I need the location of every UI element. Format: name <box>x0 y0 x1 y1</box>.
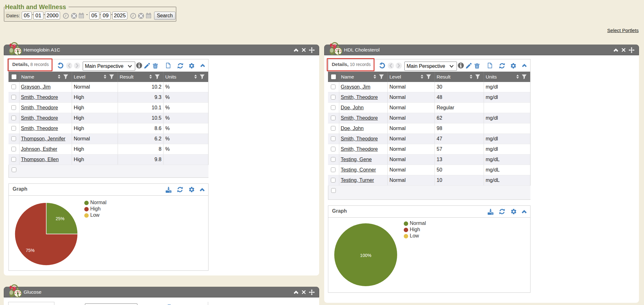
svg-text:75%: 75% <box>26 248 35 253</box>
svg-text:100%: 100% <box>360 253 371 258</box>
svg-text:25%: 25% <box>56 216 64 221</box>
